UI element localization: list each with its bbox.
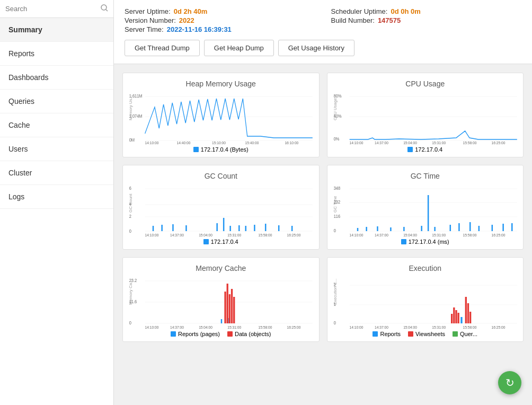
svg-text:16:25:00: 16:25:00 [287, 324, 301, 329]
svg-text:80%: 80% [333, 93, 342, 99]
svg-rect-37 [161, 225, 162, 231]
memory-cache-legend: Reports (pages) Data (objects) [128, 331, 314, 337]
version-label: Version Number: [125, 16, 176, 24]
svg-rect-75 [478, 226, 479, 231]
svg-rect-116 [457, 313, 459, 323]
heap-memory-legend: 172.17.0.4 (Bytes) [128, 146, 314, 153]
svg-rect-43 [238, 225, 240, 231]
svg-text:14:37:00: 14:37:00 [170, 324, 184, 329]
gc-count-legend-label: 172.17.0.4 [211, 239, 238, 245]
svg-rect-38 [172, 224, 173, 231]
memory-cache-legend-reports: Reports (pages) [178, 331, 220, 337]
svg-rect-67 [390, 227, 391, 231]
svg-text:CPU Usage: CPU Usage [333, 98, 337, 120]
svg-line-1 [106, 10, 108, 11]
gc-count-legend: 172.17.0.4 [128, 239, 314, 245]
cpu-legend-label: 172.17.0.4 [415, 146, 442, 153]
svg-text:GC Time: GC Time [333, 196, 337, 213]
search-input[interactable] [5, 5, 97, 13]
svg-text:14:10:00: 14:10:00 [349, 324, 363, 329]
scheduler-uptime-label: Scheduler Uptime: [331, 7, 388, 15]
execution-chart: 2 1 0 Execution C... [333, 276, 518, 329]
svg-rect-76 [491, 225, 492, 231]
svg-rect-114 [453, 307, 455, 323]
search-bar [0, 0, 113, 18]
svg-text:348: 348 [333, 186, 340, 191]
sidebar-item-logs[interactable]: Logs [0, 185, 113, 209]
sidebar-item-users[interactable]: Users [0, 137, 113, 161]
usage-history-button[interactable]: Get Usage History [278, 40, 354, 56]
build-label: Build Number: [331, 16, 375, 24]
execution-legend-queries: Quer... [460, 331, 477, 337]
memory-cache-title: Memory Cache [128, 264, 314, 272]
sidebar-item-queries[interactable]: Queries [0, 90, 113, 113]
search-icon [101, 4, 108, 13]
thread-dump-button[interactable]: Get Thread Dump [125, 40, 200, 56]
svg-text:15:31:00: 15:31:00 [432, 232, 446, 236]
svg-rect-71 [434, 227, 435, 231]
execution-legend: Reports Viewsheets Quer... [333, 331, 518, 337]
svg-text:0%: 0% [333, 136, 339, 142]
svg-rect-96 [229, 294, 230, 323]
svg-rect-47 [278, 225, 279, 231]
version-value: 2022 [179, 16, 194, 24]
sidebar-item-cache[interactable]: Cache [0, 113, 113, 137]
sidebar-item-reports[interactable]: Reports [0, 42, 113, 66]
svg-rect-64 [357, 228, 358, 231]
svg-text:0M: 0M [129, 137, 135, 143]
svg-text:16:10:00: 16:10:00 [285, 140, 298, 144]
execution-legend-reports: Reports [380, 331, 401, 337]
cpu-legend: 172.17.0.4 [333, 146, 518, 153]
svg-text:15:04:00: 15:04:00 [403, 324, 417, 329]
gc-time-card: GC Time 348 232 116 0 GC Time [327, 165, 524, 250]
svg-text:15:58:00: 15:58:00 [463, 324, 476, 329]
sidebar-item-dashboards[interactable]: Dashboards [0, 66, 113, 90]
svg-rect-68 [403, 227, 404, 231]
svg-text:15:40:00: 15:40:00 [245, 140, 259, 144]
svg-rect-41 [223, 218, 224, 231]
svg-rect-115 [455, 310, 457, 323]
svg-rect-42 [229, 226, 230, 231]
execution-title: Execution [333, 264, 518, 272]
svg-text:15:58:00: 15:58:00 [258, 324, 272, 329]
memory-cache-card: Memory Cache 23.2 11.6 0 Memory Ca... [122, 257, 320, 342]
svg-text:15:04:00: 15:04:00 [403, 232, 417, 236]
svg-text:14:10:00: 14:10:00 [145, 140, 159, 144]
svg-text:15:31:00: 15:31:00 [432, 324, 446, 329]
heap-memory-card: Heap Memory Usage 1,611M 1,074M 0M Memor… [122, 73, 320, 157]
svg-text:Execution C...: Execution C... [333, 278, 337, 305]
svg-text:15:10:00: 15:10:00 [212, 140, 226, 144]
svg-rect-44 [245, 226, 246, 231]
svg-text:15:31:00: 15:31:00 [227, 324, 241, 329]
svg-text:14:37:00: 14:37:00 [375, 140, 388, 144]
gc-time-title: GC Time [333, 172, 518, 180]
svg-text:15:58:00: 15:58:00 [463, 232, 476, 236]
heap-dump-button[interactable]: Get Heap Dump [204, 40, 274, 56]
svg-rect-45 [254, 225, 255, 231]
svg-text:15:58:00: 15:58:00 [463, 140, 476, 144]
svg-rect-39 [185, 225, 187, 231]
refresh-button[interactable]: ↻ [498, 371, 521, 394]
svg-rect-94 [224, 292, 226, 323]
svg-rect-92 [221, 319, 222, 323]
svg-rect-78 [511, 223, 512, 231]
server-uptime-value: 0d 2h 40m [174, 7, 208, 15]
sidebar: Summary Reports Dashboards Queries Cache… [0, 0, 114, 405]
gc-count-chart: 6 4 2 0 GC Count [128, 183, 314, 236]
action-buttons: Get Thread Dump Get Heap Dump Get Usage … [125, 40, 521, 56]
svg-rect-65 [366, 227, 367, 231]
svg-text:2: 2 [129, 214, 132, 219]
top-bar: Server Uptime: 0d 2h 40m Scheduler Uptim… [114, 0, 532, 64]
cpu-usage-title: CPU Usage [333, 80, 518, 88]
svg-text:14:10:00: 14:10:00 [145, 324, 159, 329]
svg-text:14:10:00: 14:10:00 [349, 140, 363, 144]
svg-text:15:31:00: 15:31:00 [432, 140, 446, 144]
nav-items: Summary Reports Dashboards Queries Cache… [0, 18, 113, 209]
svg-rect-46 [265, 224, 266, 231]
sidebar-item-summary[interactable]: Summary [0, 18, 113, 42]
sidebar-item-cluster[interactable]: Cluster [0, 161, 113, 185]
svg-rect-73 [458, 223, 459, 231]
svg-text:0: 0 [129, 320, 132, 325]
svg-rect-48 [291, 226, 292, 231]
svg-text:14:37:00: 14:37:00 [375, 324, 388, 329]
